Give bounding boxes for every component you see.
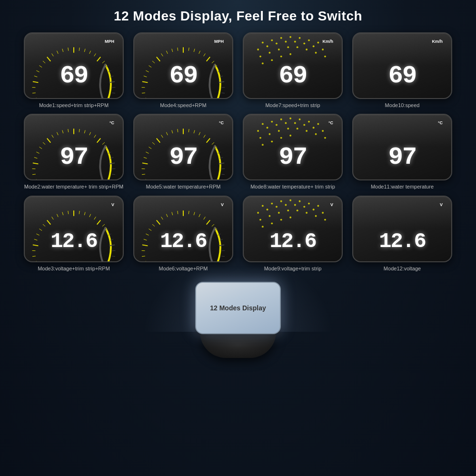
svg-line-129 <box>152 142 155 145</box>
svg-point-72 <box>285 41 287 43</box>
svg-point-157 <box>317 123 319 125</box>
svg-point-156 <box>308 121 310 123</box>
svg-line-106 <box>84 130 85 134</box>
mode-label-mode4: Mode4:speed+RPM <box>160 102 207 109</box>
svg-point-174 <box>262 144 264 146</box>
svg-line-27 <box>112 93 115 93</box>
svg-point-163 <box>303 124 305 126</box>
mode-label-mode1: Mode1:speed+trim strip+RPM <box>39 102 109 109</box>
svg-line-147 <box>221 174 225 175</box>
svg-point-266 <box>289 217 291 218</box>
svg-point-86 <box>271 59 273 61</box>
display-screen-mode1: MPH69 <box>24 32 124 99</box>
svg-line-34 <box>142 93 145 93</box>
svg-line-110 <box>102 142 105 145</box>
svg-line-10 <box>47 57 50 61</box>
unit-label-mode2: °C <box>109 120 114 125</box>
svg-line-126 <box>144 158 147 159</box>
svg-line-226 <box>194 212 195 215</box>
unit-label-mode4: MPH <box>214 39 224 44</box>
svg-line-187 <box>43 224 45 227</box>
svg-point-176 <box>280 137 282 139</box>
unit-label-mode12: V <box>440 202 443 207</box>
value-mode9: 12.6 <box>269 231 316 252</box>
svg-point-84 <box>324 56 326 58</box>
svg-point-75 <box>313 45 315 47</box>
svg-line-50 <box>204 53 206 56</box>
svg-point-68 <box>317 41 319 43</box>
value-mode3: 12.6 <box>50 231 97 252</box>
svg-point-258 <box>287 209 289 211</box>
svg-line-21 <box>102 61 105 63</box>
svg-point-82 <box>306 49 307 50</box>
hud-screen: 12 Modes Display <box>195 282 281 334</box>
svg-point-171 <box>306 130 307 132</box>
svg-point-257 <box>278 212 280 214</box>
svg-line-100 <box>52 135 54 138</box>
svg-point-169 <box>287 128 289 130</box>
modes-grid: MPH69Mode1:speed+trim strip+RPM MPH69Mod… <box>12 32 464 272</box>
svg-line-136 <box>188 129 189 132</box>
display-screen-mode3: V12.6 <box>24 196 124 262</box>
svg-line-196 <box>89 214 91 217</box>
mode-cell-mode10: Km/h69Mode10:speed <box>350 32 455 109</box>
svg-line-229 <box>207 220 210 224</box>
svg-point-63 <box>271 40 273 41</box>
svg-line-94 <box>33 163 38 164</box>
svg-point-159 <box>267 127 268 129</box>
value-mode11: 97 <box>388 145 416 170</box>
svg-line-186 <box>40 228 42 230</box>
svg-point-246 <box>317 205 319 207</box>
unit-label-mode3: V <box>111 202 114 207</box>
svg-line-98 <box>43 142 45 145</box>
mode-cell-mode1: MPH69Mode1:speed+trim strip+RPM <box>21 32 126 109</box>
svg-line-38 <box>146 70 149 72</box>
device-section: 12 Modes Display <box>195 282 281 358</box>
unit-label-mode9: V <box>330 202 333 207</box>
value-mode12: 12.6 <box>379 231 426 252</box>
svg-point-70 <box>267 45 268 47</box>
svg-line-5 <box>33 81 38 82</box>
value-mode6: 12.6 <box>160 231 207 252</box>
svg-point-264 <box>271 222 273 224</box>
svg-point-73 <box>294 41 296 43</box>
mode-label-mode2: Mode2:water temperature+ trim strip+RPM <box>24 183 123 190</box>
svg-line-139 <box>204 135 206 138</box>
svg-line-14 <box>68 48 69 51</box>
mode-label-mode10: Mode10:speed <box>385 102 420 109</box>
svg-point-71 <box>276 42 278 44</box>
svg-point-249 <box>276 206 278 208</box>
svg-line-13 <box>62 49 63 52</box>
display-screen-mode4: MPH69 <box>133 32 233 99</box>
svg-line-228 <box>204 217 206 219</box>
svg-line-184 <box>34 239 37 240</box>
svg-point-155 <box>299 119 301 120</box>
mode-label-mode3: Mode3:voltage+trim strip+RPM <box>38 265 110 272</box>
display-screen-mode11: °C97 <box>352 114 452 180</box>
svg-line-194 <box>79 211 79 214</box>
svg-point-256 <box>268 215 270 217</box>
unit-label-mode7: Km/h <box>323 39 334 44</box>
svg-point-167 <box>268 133 270 135</box>
svg-line-6 <box>34 76 37 77</box>
svg-point-250 <box>285 204 287 206</box>
mode-cell-mode4: MPH69Mode4:speed+RPM <box>131 32 236 109</box>
svg-line-133 <box>172 130 173 134</box>
svg-line-40 <box>152 61 155 63</box>
svg-line-183 <box>33 245 38 246</box>
svg-line-102 <box>62 130 63 134</box>
svg-line-105 <box>79 129 79 132</box>
svg-point-76 <box>322 49 324 50</box>
svg-line-199 <box>102 224 105 227</box>
svg-line-205 <box>112 256 115 257</box>
value-mode2: 97 <box>60 145 88 170</box>
svg-line-189 <box>52 217 54 219</box>
svg-line-19 <box>94 53 96 56</box>
svg-point-254 <box>322 212 324 214</box>
svg-point-153 <box>280 119 282 120</box>
svg-line-125 <box>142 163 148 164</box>
hud-base <box>200 332 276 358</box>
svg-line-214 <box>142 245 148 246</box>
svg-point-164 <box>313 127 315 129</box>
svg-line-17 <box>84 49 85 52</box>
